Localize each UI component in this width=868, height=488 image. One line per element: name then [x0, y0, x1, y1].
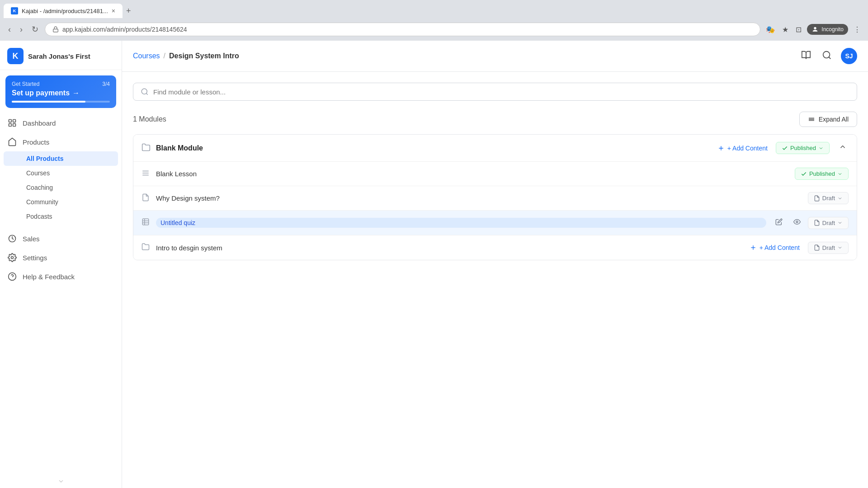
module-status-badge[interactable]: Published: [776, 142, 830, 154]
search-input[interactable]: [153, 88, 849, 96]
sidebar-subitem-coaching[interactable]: Coaching: [4, 180, 118, 195]
doc-icon-2: [814, 220, 820, 226]
lesson-3-add-content-label: + Add Content: [760, 244, 800, 251]
svg-text:K: K: [13, 9, 16, 13]
top-bar: Courses / Design System Intro SJ: [122, 41, 868, 72]
svg-rect-6: [9, 124, 12, 127]
tab-close-button[interactable]: ×: [112, 7, 115, 14]
plus-icon-3: [750, 244, 757, 251]
sidebar-item-products[interactable]: Products: [0, 132, 122, 151]
incognito-button[interactable]: Incognito: [807, 24, 848, 35]
avatar[interactable]: SJ: [841, 48, 857, 64]
module-add-content-button[interactable]: + Add Content: [713, 142, 772, 155]
lesson-row-intro-design: Intro to desgin system + Add Content Dra…: [133, 235, 857, 260]
get-started-label: Get Started: [12, 81, 39, 87]
sidebar-subitem-podcasts[interactable]: Podcasts: [4, 209, 118, 224]
lesson-1-actions: Draft: [808, 192, 849, 204]
lesson-2-status-label: Draft: [822, 220, 835, 226]
sales-icon: [7, 234, 17, 244]
new-tab-button[interactable]: +: [123, 5, 135, 18]
module-title: Blank Module: [156, 144, 708, 152]
lesson-1-status-badge[interactable]: Draft: [808, 192, 849, 204]
search-bar[interactable]: [133, 83, 857, 101]
chevron-down-icon-1: [837, 196, 843, 201]
coaching-label: Coaching: [26, 184, 53, 191]
courses-label: Courses: [26, 169, 50, 177]
module-collapse-button[interactable]: [837, 141, 849, 155]
sidebar-item-help[interactable]: Help & Feedback: [0, 267, 122, 286]
lesson-2-edit-button[interactable]: [772, 216, 786, 229]
chevron-up-icon: [839, 143, 847, 151]
module-row: Blank Module + Add Content Published: [133, 135, 857, 161]
lesson-3-status-badge[interactable]: Draft: [808, 242, 849, 254]
breadcrumb-separator: /: [164, 52, 165, 60]
chevron-down-icon: [818, 145, 824, 151]
sidebar: K Sarah Jonas's First Get Started 3/4 Se…: [0, 41, 122, 488]
get-started-progress: 3/4: [102, 81, 110, 87]
lesson-row-blank-lesson: Blank Lesson Published: [133, 161, 857, 186]
layout-action[interactable]: ⊡: [794, 23, 803, 36]
module-folder-icon: [142, 143, 151, 154]
lesson-title-untitled-quiz[interactable]: Untitled quiz: [156, 218, 766, 228]
svg-point-9: [11, 257, 14, 259]
lesson-2-preview-button[interactable]: [790, 216, 804, 229]
get-started-arrow: →: [72, 89, 80, 97]
lesson-row-why-design: Why Design system? Draft: [133, 186, 857, 210]
lesson-0-status-badge[interactable]: Published: [795, 168, 849, 180]
dashboard-icon: [7, 118, 17, 128]
sidebar-item-sales[interactable]: Sales: [0, 229, 122, 248]
forward-button[interactable]: ›: [17, 23, 25, 36]
camera-action[interactable]: 🎭: [764, 23, 777, 36]
svg-point-22: [796, 221, 798, 223]
svg-rect-2: [53, 29, 58, 32]
menu-button[interactable]: ⋮: [852, 23, 863, 36]
get-started-banner[interactable]: Get Started 3/4 Set up payments →: [5, 75, 116, 108]
lesson-quiz-icon: [142, 218, 151, 228]
lesson-0-actions: Published: [795, 168, 849, 180]
lesson-1-status-label: Draft: [822, 195, 835, 202]
sales-label: Sales: [23, 235, 40, 243]
breadcrumb: Courses / Design System Intro: [133, 52, 239, 60]
settings-label: Settings: [23, 254, 47, 262]
lesson-3-add-content-button[interactable]: + Add Content: [745, 241, 804, 254]
help-icon: [7, 272, 17, 282]
chevron-down-icon-0: [837, 171, 843, 177]
expand-all-label: Expand All: [819, 116, 849, 123]
back-button[interactable]: ‹: [5, 23, 14, 36]
breadcrumb-courses-link[interactable]: Courses: [133, 52, 160, 60]
progress-bar: [12, 101, 110, 103]
lesson-3-actions: + Add Content Draft: [745, 241, 849, 254]
doc-icon-1: [814, 195, 820, 202]
lesson-folder-icon: [142, 243, 151, 253]
book-icon-button[interactable]: [799, 48, 813, 64]
sidebar-subitem-community[interactable]: Community: [4, 195, 118, 209]
modules-count: 1 Modules: [133, 115, 166, 123]
incognito-label: Incognito: [821, 26, 844, 33]
expand-all-icon: [808, 116, 815, 123]
bookmark-action[interactable]: ★: [780, 23, 790, 36]
refresh-button[interactable]: ↻: [29, 23, 41, 36]
modules-header: 1 Modules Expand All: [133, 112, 857, 127]
sidebar-subitem-courses[interactable]: Courses: [4, 166, 118, 180]
sidebar-item-settings[interactable]: Settings: [0, 248, 122, 267]
svg-rect-4: [9, 120, 12, 122]
lesson-doc-icon: [142, 193, 151, 203]
module-card: Blank Module + Add Content Published: [133, 134, 857, 260]
search-icon-button[interactable]: [820, 48, 834, 64]
expand-all-button[interactable]: Expand All: [799, 112, 857, 127]
sidebar-item-dashboard[interactable]: Dashboard: [0, 113, 122, 132]
lesson-2-actions: Draft: [772, 216, 849, 229]
address-bar[interactable]: app.kajabi.com/admin/products/2148145624: [45, 23, 760, 36]
active-tab[interactable]: K Kajabi - /admin/products/21481... ×: [4, 4, 123, 18]
eye-icon: [793, 218, 801, 225]
svg-point-3: [814, 27, 816, 29]
doc-icon-3: [814, 244, 820, 251]
lesson-2-status-badge[interactable]: Draft: [808, 217, 849, 229]
lesson-title-why-design: Why Design system?: [156, 194, 802, 202]
sidebar-subitem-all-products[interactable]: All Products: [4, 151, 118, 166]
sidebar-header: K Sarah Jonas's First: [0, 41, 122, 70]
app-logo: K: [7, 48, 24, 64]
plus-icon: [717, 145, 725, 152]
module-status-label: Published: [790, 145, 816, 151]
scroll-indicator: [0, 474, 122, 488]
